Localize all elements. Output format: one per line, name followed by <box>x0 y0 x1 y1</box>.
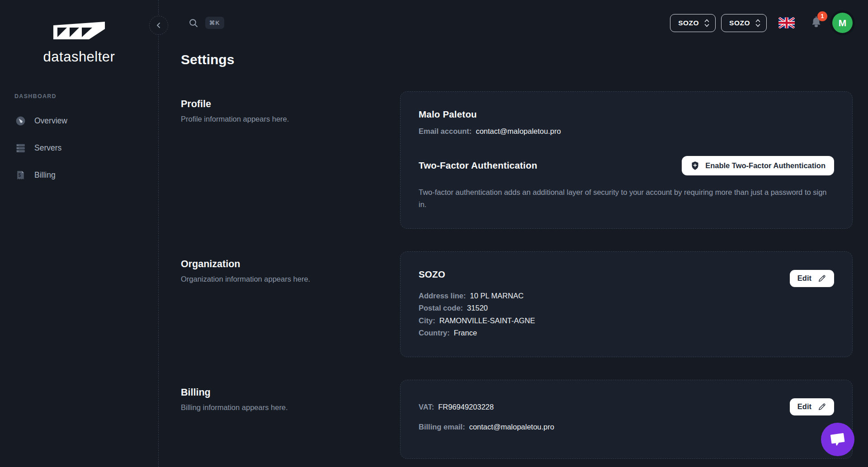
city-row: City: RAMONVILLE-SAINT-AGNE <box>419 315 834 327</box>
sidebar-item-label: Billing <box>34 170 56 180</box>
chat-bubble-icon <box>828 430 848 449</box>
shield-plus-icon <box>690 161 700 170</box>
postal-code-row: Postal code: 31520 <box>419 302 834 315</box>
org-selector-primary[interactable]: SOZO <box>670 14 716 32</box>
enable-2fa-button[interactable]: Enable Two-Factor Authentication <box>682 156 834 175</box>
topbar-controls: SOZO SOZO <box>665 13 853 33</box>
language-selector[interactable] <box>778 17 795 28</box>
profile-section-description: Profile information appears here. <box>181 115 373 123</box>
billing-section-description: Billing information appears here. <box>181 403 373 412</box>
twofa-title: Two-Factor Authentication <box>419 160 537 171</box>
svg-text:$: $ <box>18 173 21 178</box>
edit-billing-button[interactable]: Edit <box>790 398 834 415</box>
pencil-icon <box>817 402 826 411</box>
organization-section: Organization Organization information ap… <box>181 251 853 357</box>
billing-email-row: Billing email: contact@malopaletou.pro <box>419 421 834 434</box>
edit-billing-label: Edit <box>797 402 811 411</box>
search-button[interactable]: ⌘K <box>181 17 224 29</box>
org-selector-value: SOZO <box>678 19 699 27</box>
topbar: ⌘K SOZO SOZO <box>181 0 853 46</box>
country-row: Country: France <box>419 327 834 340</box>
brand-logo-icon <box>52 21 106 40</box>
edit-organization-button[interactable]: Edit <box>790 270 834 287</box>
notifications-button[interactable]: 1 <box>810 16 822 30</box>
organization-card: SOZO Edit Address line: 10 PL MARNAC <box>400 251 853 357</box>
main-content: ⌘K SOZO SOZO <box>159 0 868 467</box>
chat-widget-button[interactable] <box>821 423 854 456</box>
billing-section-title: Billing <box>181 387 373 398</box>
sidebar-section-label: DASHBOARD <box>14 93 144 99</box>
app-root: datashelter DASHBOARD Overview <box>0 0 868 467</box>
sidebar-item-label: Servers <box>34 143 61 153</box>
org-selector-secondary[interactable]: SOZO <box>721 14 767 32</box>
page-title: Settings <box>181 52 853 67</box>
edit-organization-label: Edit <box>797 274 811 283</box>
organization-section-label: Organization Organization information ap… <box>181 251 400 357</box>
profile-section-label: Profile Profile information appears here… <box>181 91 400 229</box>
twofa-header: Two-Factor Authentication Enable Two-Fac… <box>419 156 834 175</box>
email-account-row: Email account: contact@malopaletou.pro <box>419 125 834 138</box>
brand-wordmark: datashelter <box>0 49 158 65</box>
organization-fields: Address line: 10 PL MARNAC Postal code: … <box>419 290 834 340</box>
profile-card: Malo Paletou Email account: contact@malo… <box>400 91 853 229</box>
org-selector-value: SOZO <box>729 19 750 27</box>
uk-flag-icon <box>778 17 795 28</box>
billing-card: Edit VAT: FR96949203228 Billing email: <box>400 380 853 459</box>
organization-section-description: Organization information appears here. <box>181 275 373 283</box>
email-account-value: contact@malopaletou.pro <box>476 125 561 138</box>
sidebar-item-servers[interactable]: Servers <box>14 140 144 156</box>
servers-icon <box>14 142 26 154</box>
billing-section: Billing Billing information appears here… <box>181 380 853 459</box>
profile-section: Profile Profile information appears here… <box>181 91 853 229</box>
billing-fields: VAT: FR96949203228 Billing email: contac… <box>419 401 834 434</box>
profile-name: Malo Paletou <box>419 109 834 120</box>
twofa-description: Two-factor authentication adds an additi… <box>419 186 834 211</box>
sidebar-item-billing[interactable]: $ Billing <box>14 167 144 183</box>
sidebar-item-overview[interactable]: Overview <box>14 113 144 128</box>
receipt-icon: $ <box>14 169 26 181</box>
sidebar: datashelter DASHBOARD Overview <box>0 0 159 467</box>
keyboard-shortcut-badge: ⌘K <box>205 17 224 29</box>
notification-badge: 1 <box>817 11 827 21</box>
search-icon <box>189 18 198 28</box>
chevron-left-icon <box>156 22 162 28</box>
billing-section-label: Billing Billing information appears here… <box>181 380 400 459</box>
email-account-label: Email account: <box>419 125 472 138</box>
settings-sections: Profile Profile information appears here… <box>181 91 853 459</box>
profile-section-title: Profile <box>181 99 373 110</box>
organization-name: SOZO <box>419 269 834 280</box>
vat-row: VAT: FR96949203228 <box>419 401 834 414</box>
user-avatar[interactable]: M <box>832 13 853 33</box>
sidebar-nav: DASHBOARD Overview <box>0 93 158 183</box>
brand-logo[interactable]: datashelter <box>0 21 158 65</box>
collapse-sidebar-button[interactable] <box>149 16 168 35</box>
enable-2fa-label: Enable Two-Factor Authentication <box>705 161 826 170</box>
gauge-icon <box>14 115 26 127</box>
chevron-up-down-icon <box>704 18 710 28</box>
pencil-icon <box>817 274 826 283</box>
address-line-row: Address line: 10 PL MARNAC <box>419 290 834 302</box>
organization-section-title: Organization <box>181 259 373 270</box>
chevron-up-down-icon <box>755 18 761 28</box>
sidebar-item-label: Overview <box>34 116 67 126</box>
